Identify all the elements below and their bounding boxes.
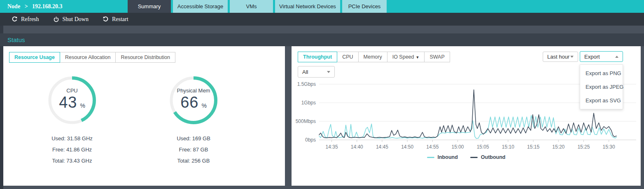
svg-text:15:25: 15:25 [577,144,590,150]
tab-resource-usage[interactable]: Resource Usage [9,52,60,63]
svg-text:1Gbps: 1Gbps [301,100,316,106]
export-jpeg-option[interactable]: Export as JPEG [580,80,623,94]
tab-io-speed[interactable]: IO Speed▼ [387,52,425,62]
refresh-button[interactable]: Refresh [12,16,39,23]
refresh-icon [12,16,18,22]
breadcrumb-node[interactable]: Node [7,3,20,9]
cpu-gauge-value: 43% [47,94,98,111]
outbound-swatch-icon [470,157,478,158]
svg-text:500Mbps: 500Mbps [296,118,316,124]
tab-virtual-network-devices[interactable]: Virtual Network Devices [275,0,340,13]
tab-vms[interactable]: VMs [230,0,273,13]
svg-text:15:10: 15:10 [502,144,514,150]
restart-button[interactable]: Restart [103,16,128,23]
export-select[interactable]: Export [580,51,623,62]
tab-resource-allocation[interactable]: Resource Allocation [60,52,116,63]
power-icon [53,16,59,22]
memory-gauge-value: 66% [168,94,219,111]
cpu-gauge-label: CPU [47,87,98,94]
monitor-panel: Throughput CPU Memory IO Speed▼ SWAP Las… [292,46,641,186]
device-filter-value: All [302,69,308,75]
svg-text:14:40: 14:40 [351,144,363,150]
chevron-up-icon [615,56,618,58]
chevron-down-icon [570,56,574,58]
export-menu: Export as PNG Export as JPEG Export as S… [580,64,623,109]
legend-outbound-label: Outbound [481,154,506,160]
cpu-total: Total: 73.43 GHz [29,155,115,166]
svg-text:15:05: 15:05 [477,144,489,150]
time-range-select[interactable]: Last hour [543,52,578,62]
device-filter-select[interactable]: All [298,66,335,78]
breadcrumb-separator: > [25,3,28,9]
status-section-title: Status [7,33,25,46]
svg-text:15:30: 15:30 [603,144,615,150]
tab-accessible-storage[interactable]: Accessible Storage [173,0,228,13]
time-range-value: Last hour [547,54,569,60]
cpu-used: Used: 31.58 GHz [29,133,115,144]
resource-tabs: Resource Usage Resource Allocation Resou… [9,52,175,63]
chart-legend: Inbound Outbound [292,154,641,160]
memory-gauge: Physical Mem 66% [168,75,219,126]
inbound-swatch-icon [427,157,434,158]
svg-text:14:50: 14:50 [401,144,413,150]
svg-text:15:15: 15:15 [527,144,539,150]
tab-resource-distribution[interactable]: Resource Distribution [115,52,175,63]
svg-text:14:35: 14:35 [326,144,338,150]
action-toolbar: Refresh Shut Down Restart [0,13,644,26]
svg-text:15:20: 15:20 [552,144,565,150]
resource-panel: Resource Usage Resource Allocation Resou… [3,46,285,186]
memory-total: Total: 256 GB [150,155,237,166]
breadcrumb: Node > 192.168.20.3 [7,0,63,13]
memory-free: Free: 87 GB [150,144,237,155]
monitor-tabs: Throughput CPU Memory IO Speed▼ SWAP [298,52,450,62]
svg-text:14:55: 14:55 [426,144,439,150]
tab-memory[interactable]: Memory [358,52,387,62]
export-value: Export [584,54,600,60]
svg-text:1.5Gbps: 1.5Gbps [297,81,316,87]
svg-text:0bps: 0bps [305,137,316,143]
left-edge-strip [0,26,3,189]
restart-label: Restart [112,16,128,23]
tab-throughput[interactable]: Throughput [298,52,337,62]
svg-text:15:00: 15:00 [452,144,464,150]
top-bar: Node > 192.168.20.3 Summary Accessible S… [0,0,644,13]
tab-swap[interactable]: SWAP [424,52,450,62]
legend-outbound[interactable]: Outbound [470,154,506,160]
cpu-free: Free: 41.86 GHz [29,144,115,155]
main-tabs: Summary Accessible Storage VMs Virtual N… [128,0,387,13]
memory-gauge-label: Physical Mem [168,87,219,94]
restart-icon [103,16,109,22]
tab-pcie-devices[interactable]: PCIe Devices [342,0,387,13]
shutdown-button[interactable]: Shut Down [53,16,89,23]
refresh-label: Refresh [21,16,39,23]
status-section-header: Status [0,33,644,46]
tab-summary[interactable]: Summary [128,0,171,13]
legend-inbound-label: Inbound [438,154,458,160]
tab-cpu[interactable]: CPU [337,52,358,62]
memory-stats: Used: 169 GB Free: 87 GB Total: 256 GB [150,133,237,166]
cpu-stats: Used: 31.58 GHz Free: 41.86 GHz Total: 7… [29,133,115,166]
cpu-gauge: CPU 43% [47,75,98,126]
memory-used: Used: 169 GB [150,133,237,144]
shutdown-label: Shut Down [63,16,89,23]
svg-text:14:45: 14:45 [376,144,388,150]
io-speed-caret-icon: ▼ [416,55,420,59]
export-png-option[interactable]: Export as PNG [580,65,623,80]
legend-inbound[interactable]: Inbound [427,154,458,160]
breadcrumb-current-ip: 192.168.20.3 [32,3,63,9]
export-svg-option[interactable]: Export as SVG [580,94,623,109]
chevron-down-icon [327,71,330,73]
